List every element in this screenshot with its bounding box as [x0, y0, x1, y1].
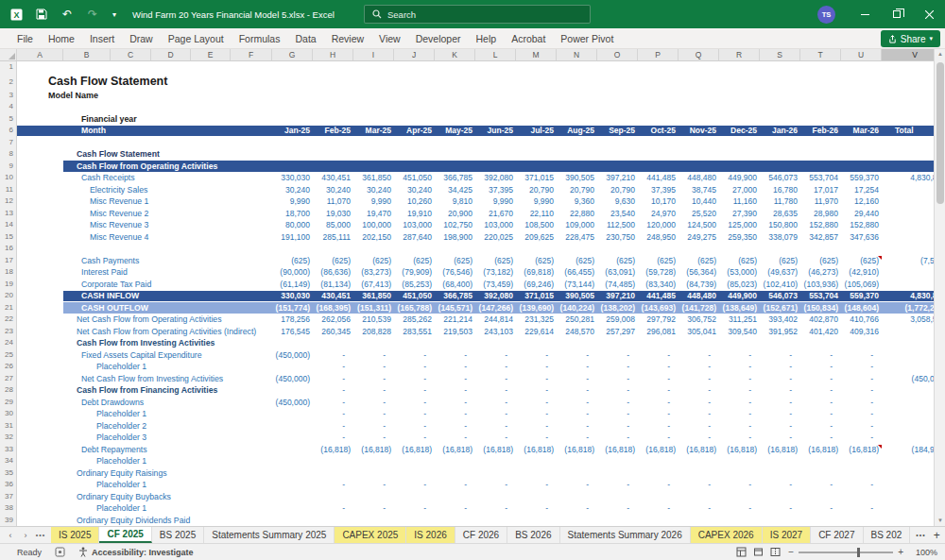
cell-r32-cS[interactable]: - — [760, 432, 800, 445]
cell-r26-cL[interactable]: - — [475, 361, 516, 374]
cell-r26-cT[interactable]: - — [800, 361, 841, 374]
cell-r32-cU[interactable]: - — [841, 432, 882, 445]
cell-r10-cK[interactable]: 366,785 — [435, 172, 475, 185]
cell-r38-cK[interactable]: - — [435, 502, 475, 516]
cell-r17-cN[interactable]: (625) — [557, 255, 597, 268]
cell-r28-cQ[interactable]: - — [679, 384, 719, 398]
cell-r32-cJ[interactable]: - — [394, 432, 435, 445]
row-label-corporate-tax-paid-r19[interactable]: Corporate Tax Paid — [17, 279, 272, 292]
cell-r18-cI[interactable]: (83,273) — [353, 266, 394, 280]
cell-r19-cL[interactable]: (73,459) — [475, 279, 516, 292]
cell-r36-cK[interactable]: - — [435, 479, 475, 492]
cell-r25-cQ[interactable]: - — [679, 349, 719, 363]
cell-r26-cJ[interactable]: - — [394, 361, 435, 374]
cell-r12-cM[interactable]: 9,990 — [516, 195, 557, 209]
row-label-cash-flow-from-operating-activities-r9[interactable]: Cash Flow from Operating Activities — [17, 161, 272, 174]
cell-r27-cV-total[interactable]: (450,000) — [882, 373, 934, 386]
column-header-v[interactable]: V — [882, 49, 934, 61]
cell-r38-cQ[interactable]: - — [679, 502, 719, 516]
cell-r23-cU[interactable]: 409,316 — [841, 326, 882, 339]
cell-r26-cQ[interactable]: - — [679, 361, 719, 374]
ribbon-tab-file[interactable]: File — [9, 28, 41, 49]
cell-r12-cK[interactable]: 9,810 — [435, 195, 475, 209]
cell-r26-cI[interactable]: - — [353, 361, 394, 374]
row-label-cash-outflow-r21[interactable]: CASH OUTFLOW — [17, 302, 272, 315]
row-label-empty-r16[interactable] — [17, 243, 272, 256]
cell-r32-cK[interactable]: - — [435, 432, 475, 445]
cell-r38-cT[interactable]: - — [800, 502, 841, 516]
cell-r32-cQ[interactable]: - — [679, 432, 719, 445]
share-button[interactable]: Share ▾ — [881, 30, 940, 47]
cell-r36-cS[interactable]: - — [760, 479, 800, 492]
cell-r14-cO[interactable]: 112,500 — [597, 219, 638, 232]
cell-r36-cM[interactable]: - — [516, 479, 557, 492]
cell-r11-cG[interactable]: 30,240 — [272, 184, 313, 197]
cell-r15-cP[interactable]: 248,950 — [638, 231, 679, 245]
cell-r17-cO[interactable]: (625) — [597, 255, 638, 268]
cell-r22-cJ[interactable]: 285,262 — [394, 314, 435, 327]
cell-r31-cP[interactable]: - — [638, 420, 679, 433]
cell-r19-cH[interactable]: (81,134) — [313, 279, 353, 292]
column-header-k[interactable]: K — [435, 49, 475, 61]
cell-r10-cO[interactable]: 397,210 — [597, 172, 638, 185]
cell-r25-cN[interactable]: - — [557, 349, 597, 363]
cell-r19-cT[interactable]: (103,936) — [800, 279, 841, 292]
cell-r23-cK[interactable]: 219,503 — [435, 326, 475, 339]
ribbon-tab-data[interactable]: Data — [287, 28, 323, 49]
cell-r27-cS[interactable]: - — [760, 373, 800, 386]
cell-r21-cG[interactable]: (151,774) — [272, 302, 313, 315]
cell-r26-cR[interactable]: - — [719, 361, 760, 374]
month-header-mar-25[interactable]: Mar-25 — [353, 125, 394, 138]
cell-r33-cV-total[interactable]: (184,998) — [882, 444, 934, 457]
cell-r18-cP[interactable]: (59,728) — [638, 266, 679, 280]
cell-r25-cT[interactable]: - — [800, 349, 841, 363]
cell-r10-cG[interactable]: 330,030 — [272, 172, 313, 185]
cell-r12-cL[interactable]: 9,990 — [475, 195, 516, 209]
cell-r33-cH[interactable]: (16,818) — [313, 444, 353, 457]
cell-r18-cJ[interactable]: (79,909) — [394, 266, 435, 280]
cell-r25-cU[interactable]: - — [841, 349, 882, 363]
column-header-t[interactable]: T — [800, 49, 841, 61]
cell-r25-cG[interactable]: (450,000) — [272, 349, 313, 363]
cell-r21-cH[interactable]: (168,395) — [313, 302, 353, 315]
cell-r12-cJ[interactable]: 10,260 — [394, 195, 435, 209]
cell-r30-cK[interactable]: - — [435, 408, 475, 421]
row-label-misc-revenue-2-r13[interactable]: Misc Revenue 2 — [17, 208, 272, 221]
cell-r14-cL[interactable]: 103,000 — [475, 219, 516, 232]
minimize-button[interactable] — [849, 0, 881, 28]
cell-r11-cH[interactable]: 30,240 — [313, 184, 353, 197]
vertical-scrollbar[interactable]: ▲ ▼ — [934, 49, 945, 526]
row-header-37[interactable]: 37 — [0, 491, 17, 504]
column-header-q[interactable]: Q — [679, 49, 719, 61]
column-header-u[interactable]: U — [841, 49, 882, 61]
row-header-6[interactable]: 6 — [0, 125, 17, 138]
cell-r10-cP[interactable]: 441,485 — [638, 172, 679, 185]
cell-r19-cM[interactable]: (69,246) — [516, 279, 557, 292]
cell-r29-cJ[interactable]: - — [394, 397, 435, 410]
month-header-sep-25[interactable]: Sep-25 — [597, 125, 638, 138]
row-label-empty-r7[interactable] — [17, 137, 272, 150]
sheet-nav-right-icon[interactable]: › — [19, 531, 32, 540]
cell-r13-cM[interactable]: 22,110 — [516, 208, 557, 221]
row-header-1[interactable]: 1 — [0, 61, 17, 75]
cell-r17-cU[interactable]: (625) — [841, 255, 882, 268]
cell-r29-cR[interactable]: - — [719, 397, 760, 410]
cell-r17-cM[interactable]: (625) — [516, 255, 557, 268]
view-page-layout-icon[interactable] — [753, 547, 764, 557]
cell-r17-cJ[interactable]: (625) — [394, 255, 435, 268]
cell-r20-cO[interactable]: 397,210 — [597, 290, 638, 303]
cell-r23-cQ[interactable]: 305,041 — [679, 326, 719, 339]
avatar[interactable]: TS — [817, 6, 835, 24]
cell-r21-cV-total[interactable]: (1,772,291) — [882, 302, 934, 315]
cell-r13-cT[interactable]: 28,980 — [800, 208, 841, 221]
cell-r13-cS[interactable]: 28,635 — [760, 208, 800, 221]
cell-r23-cT[interactable]: 401,420 — [800, 326, 841, 339]
cell-r20-cL[interactable]: 392,080 — [475, 290, 516, 303]
cell-r29-cI[interactable]: - — [353, 397, 394, 410]
cell-r21-cI[interactable]: (151,311) — [353, 302, 394, 315]
cell-r19-cI[interactable]: (67,413) — [353, 279, 394, 292]
row-label-placeholder-1-r38[interactable]: Placeholder 1 — [17, 502, 272, 516]
cell-r15-cG[interactable]: 191,100 — [272, 231, 313, 245]
cell-r15-cH[interactable]: 285,111 — [313, 231, 353, 245]
cell-r22-cL[interactable]: 244,814 — [475, 314, 516, 327]
